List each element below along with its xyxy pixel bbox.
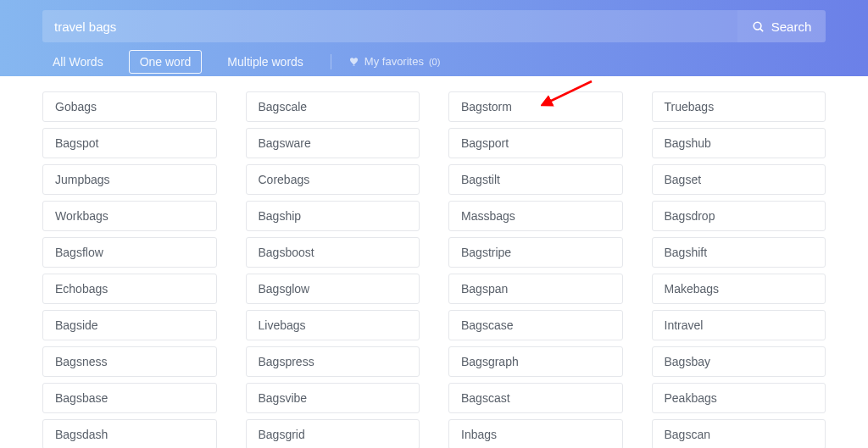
result-item[interactable]: Inbags <box>448 419 623 448</box>
tab-all-words[interactable]: All Words <box>42 51 114 73</box>
result-item[interactable]: Bagstorm <box>448 91 623 122</box>
result-column-4: Truebags Bagshub Bagset Bagsdrop Bagshif… <box>652 91 826 448</box>
search-input[interactable] <box>42 10 737 42</box>
result-column-1: Gobags Bagspot Jumpbags Workbags Bagsflo… <box>42 91 217 448</box>
result-item[interactable]: Intravel <box>652 310 826 340</box>
result-item[interactable]: Bagsflow <box>42 237 217 268</box>
svg-line-1 <box>760 28 763 30</box>
tab-divider <box>331 54 331 69</box>
result-item[interactable]: Echobags <box>42 274 217 304</box>
result-item[interactable]: Corebags <box>246 164 420 195</box>
result-item[interactable]: Bagship <box>246 201 420 231</box>
result-item[interactable]: Bagscase <box>448 310 623 340</box>
my-favorites-link[interactable]: My favorites (0) <box>348 55 441 68</box>
result-item[interactable]: Bagstilt <box>448 164 623 195</box>
result-item[interactable]: Bagspan <box>448 274 623 304</box>
result-item[interactable]: Livebags <box>246 310 420 340</box>
result-item[interactable]: Jumpbags <box>42 164 217 195</box>
result-item[interactable]: Bagscale <box>246 91 420 122</box>
result-item[interactable]: Bagsware <box>246 128 420 158</box>
favorites-label: My favorites <box>364 55 424 68</box>
search-button-label: Search <box>771 19 812 34</box>
result-column-2: Bagscale Bagsware Corebags Bagship Bagsb… <box>246 91 420 448</box>
results-grid: Gobags Bagspot Jumpbags Workbags Bagsflo… <box>0 76 868 448</box>
result-item[interactable]: Truebags <box>652 91 826 122</box>
search-icon <box>752 20 765 33</box>
result-item[interactable]: Bagsvibe <box>246 383 420 413</box>
result-item[interactable]: Bagsgraph <box>448 346 623 377</box>
result-item[interactable]: Gobags <box>42 91 217 122</box>
result-item[interactable]: Bagshub <box>652 128 826 158</box>
search-button[interactable]: Search <box>737 10 826 42</box>
favorites-count: (0) <box>429 57 440 67</box>
result-item[interactable]: Bagspot <box>42 128 217 158</box>
result-item[interactable]: Bagscast <box>448 383 623 413</box>
result-item[interactable]: Massbags <box>448 201 623 231</box>
tab-multiple-words[interactable]: Multiple words <box>217 51 313 73</box>
result-item[interactable]: Bagshift <box>652 237 826 268</box>
result-item[interactable]: Makebags <box>652 274 826 304</box>
result-item[interactable]: Bagsdash <box>42 419 217 448</box>
tab-one-word[interactable]: One word <box>129 50 203 74</box>
result-item[interactable]: Bagsboost <box>246 237 420 268</box>
result-item[interactable]: Bagspress <box>246 346 420 377</box>
svg-point-0 <box>754 22 761 30</box>
result-item[interactable]: Bagscan <box>652 419 826 448</box>
result-item[interactable]: Bagsness <box>42 346 217 377</box>
heart-icon <box>348 56 359 67</box>
result-item[interactable]: Bagsbay <box>652 346 826 377</box>
result-column-3: Bagstorm Bagsport Bagstilt Massbags Bags… <box>448 91 623 448</box>
result-item[interactable]: Workbags <box>42 201 217 231</box>
result-item[interactable]: Bagside <box>42 310 217 340</box>
result-item[interactable]: Bagstripe <box>448 237 623 268</box>
result-item[interactable]: Bagsdrop <box>652 201 826 231</box>
result-item[interactable]: Bagset <box>652 164 826 195</box>
result-item[interactable]: Bagsport <box>448 128 623 158</box>
result-item[interactable]: Bagsglow <box>246 274 420 304</box>
result-item[interactable]: Peakbags <box>652 383 826 413</box>
result-item[interactable]: Bagsgrid <box>246 419 420 448</box>
result-item[interactable]: Bagsbase <box>42 383 217 413</box>
